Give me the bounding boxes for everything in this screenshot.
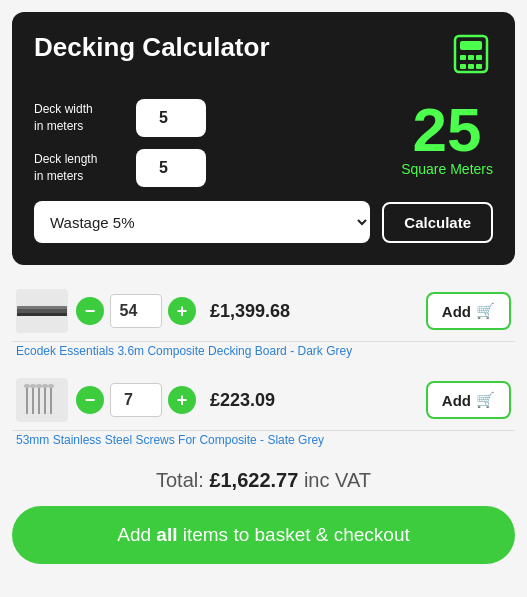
checkout-suffix: items to basket & checkout [177, 524, 409, 545]
svg-point-20 [48, 384, 54, 388]
svg-rect-7 [476, 64, 482, 69]
total-suffix: inc VAT [304, 469, 371, 491]
total-row: Total: £1,622.77 inc VAT [12, 455, 515, 502]
deck-width-row: Deck width in meters [34, 99, 391, 137]
products-section: − + £1,399.68 Add 🛒 Ecodek Essentials 3.… [12, 277, 515, 502]
deck-width-input[interactable] [136, 99, 206, 137]
svg-point-16 [24, 384, 30, 388]
product-item-1: − + £1,399.68 Add 🛒 Ecodek Essentials 3.… [12, 277, 515, 366]
checkout-prefix: Add [117, 524, 156, 545]
svg-rect-1 [460, 41, 482, 50]
product-1-qty-controls: − + [76, 294, 196, 328]
product-2-name[interactable]: 53mm Stainless Steel Screws For Composit… [12, 431, 515, 455]
svg-rect-10 [17, 313, 67, 316]
deck-length-input[interactable] [136, 149, 206, 187]
svg-rect-2 [460, 55, 466, 60]
product-1-image [16, 289, 68, 333]
product-2-price: £223.09 [210, 390, 275, 411]
product-1-add-button[interactable]: Add 🛒 [426, 292, 511, 330]
svg-rect-6 [468, 64, 474, 69]
calculator-icon [449, 32, 493, 80]
calculator-card: Decking Calculator Deck width in meters [12, 12, 515, 265]
deck-length-row: Deck length in meters [34, 149, 391, 187]
product-1-qty-input[interactable] [110, 294, 162, 328]
wastage-select[interactable]: Wastage 5% Wastage 0% Wastage 10% Wastag… [34, 201, 370, 243]
product-2-qty-input[interactable] [110, 383, 162, 417]
product-1-decrement[interactable]: − [76, 297, 104, 325]
product-2-increment[interactable]: + [168, 386, 196, 414]
product-1-increment[interactable]: + [168, 297, 196, 325]
result-number: 25 [401, 99, 493, 161]
svg-point-17 [30, 384, 36, 388]
svg-rect-3 [468, 55, 474, 60]
product-2-decrement[interactable]: − [76, 386, 104, 414]
product-item-2: − + £223.09 Add 🛒 53mm Stainless Steel S… [12, 366, 515, 455]
product-1-price: £1,399.68 [210, 301, 290, 322]
checkout-button[interactable]: Add all items to basket & checkout [12, 506, 515, 564]
cart-icon-1: 🛒 [476, 302, 495, 320]
svg-point-19 [42, 384, 48, 388]
calculator-title: Decking Calculator [34, 32, 270, 63]
total-amount: £1,622.77 [209, 469, 298, 491]
product-1-name[interactable]: Ecodek Essentials 3.6m Composite Decking… [12, 342, 515, 366]
calculate-button[interactable]: Calculate [382, 202, 493, 243]
checkout-bold: all [156, 524, 177, 545]
deck-length-label: Deck length in meters [34, 151, 124, 185]
svg-rect-5 [460, 64, 466, 69]
svg-point-18 [36, 384, 42, 388]
result-area: 25 Square Meters [391, 99, 493, 177]
product-2-add-button[interactable]: Add 🛒 [426, 381, 511, 419]
product-2-qty-controls: − + [76, 383, 196, 417]
svg-rect-9 [17, 306, 67, 309]
svg-rect-4 [476, 55, 482, 60]
deck-width-label: Deck width in meters [34, 101, 124, 135]
total-label: Total: [156, 469, 204, 491]
cart-icon-2: 🛒 [476, 391, 495, 409]
product-2-image [16, 378, 68, 422]
result-label: Square Meters [401, 161, 493, 177]
